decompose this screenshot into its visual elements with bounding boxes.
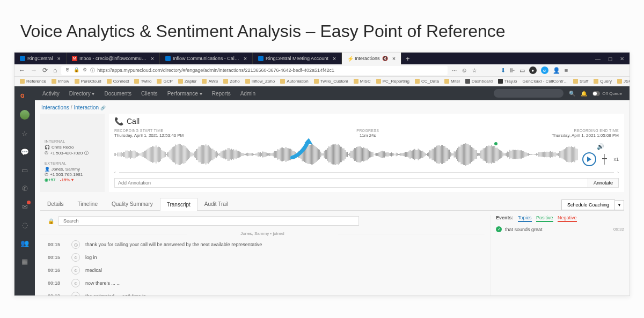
phone-icon[interactable]: ✆ [20,184,29,193]
bookmark[interactable]: Zoho [223,79,239,84]
bookmark[interactable]: Mitel [444,79,460,84]
star-icon[interactable]: ☆ [20,129,29,138]
ext-icon[interactable]: ● [529,66,537,74]
breadcrumb-link[interactable]: Interactions [41,105,69,110]
search-icon[interactable]: 🔍 [569,91,575,97]
browser-tab[interactable]: RingCentral× [14,53,67,64]
tab-transcript[interactable]: Transcript [160,198,197,211]
schedule-dropdown[interactable]: ▾ [615,200,624,210]
breadcrumb-link[interactable]: Interaction [74,105,99,110]
tab-audit[interactable]: Audit Trail [197,197,235,210]
download-icon[interactable]: ⬇ [501,67,506,74]
video-icon[interactable]: ▭ [20,166,29,174]
bookmark[interactable]: PureCloud [75,79,101,84]
apps-icon[interactable]: ▦ [20,257,29,265]
nav-performance[interactable]: Performance ▾ [167,91,202,97]
nav-directory[interactable]: Directory ▾ [69,91,95,97]
back-icon[interactable]: ← [19,66,25,74]
browser-tab[interactable]: MInbox - crecio@inflowcommu…× [67,53,160,64]
bookmark[interactable]: Inflow [52,79,69,84]
maximize-icon[interactable]: ◻ [608,56,612,62]
chevron-left-icon[interactable]: ‹ [114,170,116,175]
nav-documents[interactable]: Documents [104,91,131,97]
lock-icon[interactable]: 🔒 [48,218,54,224]
link-icon[interactable]: 🔗 [100,106,106,110]
loading-icon[interactable]: ◌ [20,220,29,229]
schedule-button[interactable]: Schedule Coaching [561,199,615,210]
new-tab-button[interactable]: + [401,55,414,63]
home-icon[interactable]: ⌂ [53,66,57,74]
bookmark[interactable]: Reference [20,79,46,84]
waveform[interactable] [114,143,578,166]
close-icon[interactable]: × [244,55,247,62]
bookmark[interactable]: GenCloud - CallContr… [522,79,567,84]
bookmark[interactable]: MISC [354,79,371,84]
minimize-icon[interactable]: — [595,56,601,62]
play-button[interactable] [582,152,596,166]
close-icon[interactable]: × [333,55,336,62]
tab-details[interactable]: Details [40,197,71,210]
transcript-line[interactable]: 00:19◷the estimated … wait time is [40,290,485,295]
tab-quality[interactable]: Quality Summary [105,197,160,210]
avatar[interactable] [20,110,30,120]
bookmark[interactable]: Stuff [573,79,588,84]
bookmark[interactable]: Query [594,79,612,84]
menu-icon[interactable]: ≡ [565,67,568,73]
browser-tab-active[interactable]: ⚡Interactions🔇× [342,53,401,64]
star-icon[interactable]: ☆ [472,67,477,74]
close-icon[interactable]: × [392,55,396,62]
inbox-icon[interactable]: ✉ [20,202,29,211]
bookmark[interactable]: Zapier [178,79,197,84]
bookmark[interactable]: AWS [202,79,218,84]
events-tab-negative[interactable]: Negative [558,215,577,222]
notification-icon[interactable]: 🔔 [581,91,587,97]
info-icon[interactable]: ⓘ [84,150,89,156]
close-icon[interactable]: × [151,55,154,62]
annotation-input[interactable] [114,178,588,188]
transcript-line[interactable]: 00:15☺log in [40,251,485,264]
bookmark[interactable]: Automation [280,79,308,84]
speed-slider[interactable] [599,153,610,166]
logo-icon[interactable]: ɢ [20,92,29,100]
chevron-right-icon[interactable]: › [617,170,619,175]
mute-icon[interactable]: 🔇 [382,56,388,61]
bookmark[interactable]: JSON [617,79,630,84]
annotate-button[interactable]: Annotate [588,178,619,188]
reload-icon[interactable]: ⟳ [42,66,48,74]
search-input[interactable] [494,89,564,98]
url-bar[interactable]: ⛨🔒⚙ⓘ https://apps.mypurecloud.com/direct… [61,66,448,75]
bookmark[interactable]: PC_Reporting [376,79,409,84]
people-icon[interactable]: 👥 [20,239,29,247]
close-icon[interactable]: × [57,55,61,62]
event-line[interactable]: ✓ that sounds great 09:32 [496,224,624,234]
events-tab-positive[interactable]: Positive [536,215,553,222]
bookmark[interactable]: Dashboard [465,79,493,84]
forward-icon[interactable]: → [31,66,37,74]
browser-tab[interactable]: Inflow Communications - Cal…× [160,53,253,64]
browser-tab[interactable]: RingCentral Meeting Account× [253,53,342,64]
bookmark[interactable]: GCP [157,79,172,84]
nav-activity[interactable]: Activity [42,91,60,97]
reader-icon[interactable]: ☺ [461,67,467,73]
bookmark[interactable]: CC_Data [415,79,439,84]
bookmark[interactable]: Tray.io [498,79,517,84]
events-tab-topics[interactable]: Topics [518,215,532,222]
transcript-search-input[interactable] [58,216,359,226]
ext-icon[interactable]: σ [541,66,548,74]
account-icon[interactable]: 👤 [553,67,560,74]
nav-clients[interactable]: Clients [141,91,158,97]
bookmark[interactable]: Connect [107,79,129,84]
library-icon[interactable]: ⊪ [510,67,515,74]
nav-reports[interactable]: Reports [212,91,231,97]
transcript-line[interactable]: 00:16☺medical [40,264,485,277]
screenshot-icon[interactable]: ▭ [519,67,525,74]
bookmark[interactable]: Twilio_Custom [314,79,348,84]
queue-toggle[interactable]: Off Queue [592,91,622,96]
transcript-line[interactable]: 00:18☺now there's ... ... [40,277,485,290]
nav-admin[interactable]: Admin [240,91,255,97]
bookmark[interactable]: Inflow_Zoho [245,79,275,84]
tab-timeline[interactable]: Timeline [71,197,105,210]
chat-icon[interactable]: 💬 [20,147,29,156]
close-window-icon[interactable]: ✕ [620,56,624,62]
volume-icon[interactable]: 🔊 [597,143,604,150]
